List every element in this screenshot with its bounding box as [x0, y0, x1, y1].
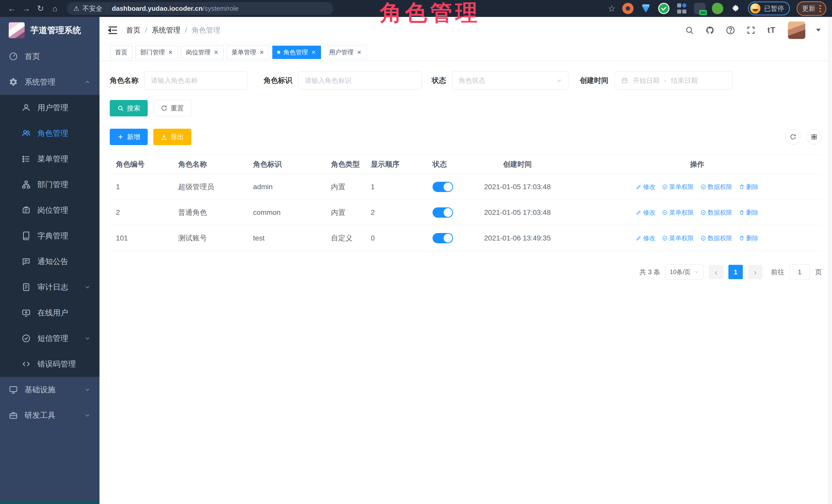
- sidebar-item-infra[interactable]: 基础设施: [0, 377, 100, 402]
- data-perm-link[interactable]: 数据权限: [700, 208, 732, 217]
- extension-icon-grid[interactable]: [676, 3, 687, 14]
- sidebar-item-user-mgmt[interactable]: 用户管理: [0, 95, 100, 121]
- search-icon[interactable]: [684, 25, 695, 36]
- menu-perm-link[interactable]: 菜单权限: [662, 183, 694, 191]
- sidebar-item-error-code-mgmt[interactable]: 错误码管理: [0, 351, 100, 377]
- data-perm-link[interactable]: 数据权限: [700, 183, 732, 191]
- goto-page-input[interactable]: [789, 264, 810, 280]
- delete-link[interactable]: 删除: [739, 208, 758, 217]
- edit-link[interactable]: 修改: [636, 234, 655, 242]
- browser-forward-icon[interactable]: →: [20, 2, 32, 15]
- sidebar-item-notice[interactable]: 通知公告: [0, 249, 100, 274]
- create-time-range-picker[interactable]: 开始日期 - 结束日期: [615, 71, 732, 90]
- extension-icon-switch[interactable]: on: [694, 3, 705, 14]
- export-button[interactable]: 导出: [153, 129, 191, 145]
- delete-link[interactable]: 删除: [739, 234, 758, 242]
- edit-link[interactable]: 修改: [636, 183, 655, 191]
- role-key-input[interactable]: [298, 71, 421, 90]
- table-refresh-button[interactable]: [785, 129, 801, 144]
- tab-home[interactable]: 首页: [110, 46, 132, 59]
- breadcrumb-home[interactable]: 首页: [126, 25, 140, 35]
- extension-icon-orange[interactable]: [622, 3, 633, 14]
- chat-icon: [22, 257, 31, 266]
- fullscreen-icon[interactable]: [745, 25, 757, 36]
- status-toggle[interactable]: [433, 207, 453, 218]
- close-icon[interactable]: [168, 50, 173, 55]
- avatar[interactable]: [788, 22, 805, 39]
- font-size-icon[interactable]: tT: [766, 25, 777, 36]
- reset-button[interactable]: 重置: [153, 100, 191, 116]
- sidebar-item-online-user[interactable]: 在线用户: [0, 300, 100, 325]
- menu-perm-link[interactable]: 菜单权限: [662, 234, 694, 242]
- bookmark-star-icon[interactable]: ☆: [608, 3, 616, 14]
- browser-back-icon[interactable]: ←: [6, 2, 18, 15]
- close-icon[interactable]: [214, 50, 219, 55]
- menu-perm-link[interactable]: 菜单权限: [662, 208, 694, 217]
- search-button[interactable]: 搜索: [110, 100, 148, 116]
- table-header-row: 角色编号 角色名称 角色标识 角色类型 显示顺序 状态 创建时间 操作: [110, 155, 822, 174]
- close-icon[interactable]: [259, 50, 264, 55]
- browser-update-button[interactable]: 更新: [797, 1, 826, 16]
- browser-menu-kebab-icon[interactable]: [820, 5, 821, 12]
- roles-table: 角色编号 角色名称 角色标识 角色类型 显示顺序 状态 创建时间 操作 1 超级…: [110, 154, 822, 251]
- sidebar-item-post-mgmt[interactable]: 岗位管理: [0, 197, 100, 223]
- data-perm-link[interactable]: 数据权限: [700, 234, 732, 242]
- app-logo[interactable]: 芋道管理系统: [0, 17, 100, 44]
- profile-paused-chip[interactable]: 已暂停: [748, 2, 790, 16]
- active-tab-dot: [277, 51, 280, 54]
- column-settings-button[interactable]: [806, 129, 822, 144]
- address-bar[interactable]: ⚠ 不安全 dashboard.yudao.iocoder.cn /system…: [67, 2, 333, 15]
- help-icon[interactable]: [725, 25, 736, 36]
- prev-page-button[interactable]: ‹: [709, 265, 723, 279]
- role-name-input[interactable]: [145, 71, 247, 90]
- sidebar-item-home[interactable]: 首页: [0, 44, 100, 69]
- download-icon: [161, 134, 167, 140]
- tab-menu-mgmt[interactable]: 菜单管理: [227, 46, 269, 59]
- sidebar-item-dept-mgmt[interactable]: 部门管理: [0, 172, 100, 197]
- sidebar-item-dev-tools[interactable]: 研发工具: [0, 402, 100, 428]
- total-count: 共 3 条: [640, 268, 660, 276]
- tab-dept-mgmt[interactable]: 部门管理: [135, 46, 178, 59]
- monitor-user-icon: [22, 308, 31, 317]
- status-toggle[interactable]: [433, 182, 453, 192]
- tab-role-mgmt[interactable]: 角色管理: [272, 46, 321, 59]
- extension-icon-green-check[interactable]: [658, 3, 670, 14]
- page-scrollbar[interactable]: [829, 17, 832, 504]
- id-card-icon: [22, 206, 31, 215]
- search-icon: [117, 105, 124, 111]
- sidebar-item-audit-log[interactable]: 审计日志: [0, 274, 100, 300]
- browser-home-icon[interactable]: ⌂: [49, 2, 61, 15]
- sidebar-item-sms-mgmt[interactable]: 短信管理: [0, 325, 100, 351]
- tab-post-mgmt[interactable]: 岗位管理: [181, 46, 224, 59]
- gear-icon: [9, 77, 18, 87]
- current-page-button[interactable]: 1: [728, 265, 743, 279]
- sidebar-item-role-mgmt[interactable]: 角色管理: [0, 121, 100, 146]
- chevron-down-icon: [84, 335, 91, 342]
- sidebar-item-dict-mgmt[interactable]: 字典管理: [0, 223, 100, 249]
- search-form: 角色名称 角色标识 状态 角色状态 创建时间 开始日期 - 结束日期: [110, 71, 822, 90]
- close-icon[interactable]: [357, 50, 362, 55]
- close-icon[interactable]: [311, 50, 316, 55]
- breadcrumb-system[interactable]: 系统管理: [152, 25, 181, 35]
- sidebar-collapse-icon[interactable]: [107, 25, 119, 36]
- sidebar-item-menu-mgmt[interactable]: 菜单管理: [0, 146, 100, 172]
- next-page-button[interactable]: ›: [748, 265, 762, 279]
- sidebar-item-system-mgmt[interactable]: 系统管理: [0, 69, 100, 95]
- edit-link[interactable]: 修改: [636, 208, 655, 217]
- status-toggle[interactable]: [433, 233, 453, 243]
- status-select[interactable]: 角色状态: [452, 71, 569, 90]
- add-button[interactable]: 新增: [110, 129, 148, 145]
- delete-link[interactable]: 删除: [739, 183, 758, 191]
- avatar-caret-icon[interactable]: [816, 29, 821, 31]
- page-size-select[interactable]: 10条/页: [665, 264, 704, 280]
- browser-reload-icon[interactable]: ↻: [34, 2, 47, 15]
- extension-icon-gem[interactable]: [640, 3, 651, 14]
- document-icon: [22, 283, 31, 292]
- tab-user-mgmt[interactable]: 用户管理: [324, 46, 367, 59]
- extensions-puzzle-icon[interactable]: [730, 3, 741, 14]
- book-icon: [22, 231, 31, 240]
- github-icon[interactable]: [704, 25, 716, 36]
- table-row: 101 测试账号 test 自定义 0 2021-01-06 13:49:35 …: [110, 226, 822, 251]
- extension-icon-blob[interactable]: [712, 3, 723, 14]
- dashboard-icon: [9, 52, 18, 61]
